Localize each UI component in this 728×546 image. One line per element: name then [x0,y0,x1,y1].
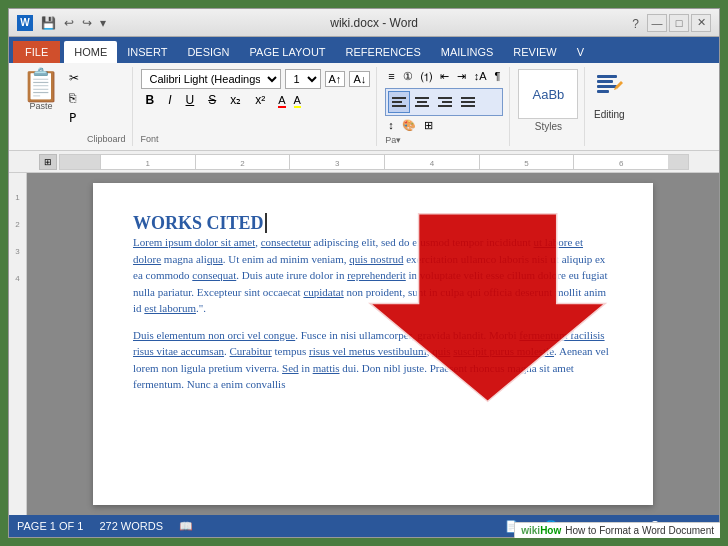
clipboard-small-buttons: ✂ ⎘ 𝖯 [65,69,83,127]
ruler: ⊞ 1 2 3 4 5 6 [9,151,719,173]
subscript-button[interactable]: x₂ [225,91,246,109]
font-row1: Calibri Light (Headings) 16 A↑ A↓ [141,69,371,89]
document-body[interactable]: Lorem ipsum dolor sit amet, consectetur … [133,234,613,393]
word-count: 272 WORDS [99,520,163,532]
document-page[interactable]: WORKS CITED Lorem ipsum dolor sit amet, … [93,183,653,505]
format-painter-button[interactable]: 𝖯 [65,109,83,127]
restore-btn[interactable]: □ [669,14,689,32]
svg-rect-0 [392,97,406,99]
document-area: 1 2 3 4 WORKS CITED Lorem ipsum dolor si… [9,173,719,515]
wikihow-bar: wikiHow How to Format a Word Document [514,522,720,538]
editing-group: Editing [587,67,631,146]
save-quick-btn[interactable]: 💾 [39,16,58,30]
tab-design[interactable]: DESIGN [177,41,239,63]
styles-label: Styles [535,121,562,132]
tab-file[interactable]: FILE [13,41,60,63]
svg-rect-12 [597,75,617,78]
shrink-font-btn[interactable]: A↓ [349,71,370,87]
svg-rect-7 [442,101,452,103]
svg-rect-13 [597,80,613,83]
show-marks-btn[interactable]: ¶ [491,69,503,86]
left-ruler-1: 1 [15,193,19,202]
page-info: PAGE 1 OF 1 [17,520,83,532]
shading-btn[interactable]: 🎨 [399,118,419,133]
multilevel-btn[interactable]: ⑴ [418,69,435,86]
tab-insert[interactable]: INSERT [117,41,177,63]
align-left-btn[interactable] [388,91,410,113]
qa-dropdown[interactable]: ▾ [98,16,108,30]
tab-review[interactable]: REVIEW [503,41,566,63]
ruler-mark-5: 5 [479,155,574,169]
ruler-mark-2: 2 [195,155,290,169]
styles-preview[interactable]: AaBb [518,69,578,119]
tab-references[interactable]: REFERENCES [336,41,431,63]
font-size-selector[interactable]: 16 [285,69,321,89]
copy-button[interactable]: ⎘ [65,89,83,107]
svg-rect-8 [438,105,452,107]
styles-group: AaBb Styles [512,67,585,146]
superscript-button[interactable]: x² [250,91,270,109]
tab-home[interactable]: HOME [64,41,117,63]
clipboard-group: 📋 Paste ✂ ⎘ 𝖯 Clipboard [15,67,133,146]
strikethrough-button[interactable]: S [203,91,221,109]
ruler-mark-1: 1 [100,155,195,169]
ribbon-tabs: FILE HOME INSERT DESIGN PAGE LAYOUT REFE… [9,37,719,63]
font-formatting-row: B I U S x₂ x² A A [141,91,371,109]
ruler-corner[interactable]: ⊞ [39,154,57,170]
font-family-selector[interactable]: Calibri Light (Headings) [141,69,281,89]
align-buttons-group [385,88,503,116]
sort-btn[interactable]: ↕A [471,69,490,86]
italic-button[interactable]: I [163,91,176,109]
editing-icon [593,69,625,107]
ribbon-content: 📋 Paste ✂ ⎘ 𝖯 Clipboard Calibri Light (H… [9,63,719,151]
bullets-btn[interactable]: ≡ [385,69,397,86]
indent-increase-btn[interactable]: ⇥ [454,69,469,86]
left-ruler-3: 3 [15,247,19,256]
highlight-btn[interactable]: A [294,94,301,106]
undo-quick-btn[interactable]: ↩ [62,16,76,30]
ruler-mark-3: 3 [289,155,384,169]
close-btn[interactable]: ✕ [691,14,711,32]
svg-rect-5 [415,105,429,107]
app-window: W 💾 ↩ ↪ ▾ wiki.docx - Word ? — □ ✕ FILE … [8,8,720,538]
help-btn[interactable]: ? [632,17,639,31]
svg-rect-4 [417,101,427,103]
proof-icon: 📖 [179,520,193,533]
align-right-btn[interactable] [434,91,456,113]
left-ruler-2: 2 [15,220,19,229]
minimize-btn[interactable]: — [647,14,667,32]
paragraph-2: Duis elementum non orci vel congue. Fusc… [133,327,613,393]
font-color-btn[interactable]: A [274,92,289,108]
tab-more[interactable]: V [567,41,594,63]
clipboard-label: Clipboard [87,134,126,144]
underline-button[interactable]: U [181,91,200,109]
paste-button[interactable]: 📋 Paste [21,69,61,111]
document-title: WORKS CITED [133,213,267,233]
tab-pagelayout[interactable]: PAGE LAYOUT [240,41,336,63]
redo-quick-btn[interactable]: ↪ [80,16,94,30]
align-justify-btn[interactable] [457,91,479,113]
indent-decrease-btn[interactable]: ⇤ [437,69,452,86]
paragraph-group: ≡ ① ⑴ ⇤ ⇥ ↕A ¶ [379,67,510,146]
font-group: Calibri Light (Headings) 16 A↑ A↓ B I U … [135,67,378,146]
svg-rect-2 [392,105,406,107]
numbering-btn[interactable]: ① [400,69,416,86]
ruler-mark-6: 6 [573,155,668,169]
svg-rect-14 [597,85,617,88]
wikihow-logo: wikiHow [521,525,561,536]
svg-rect-6 [438,97,452,99]
border-btn[interactable]: ⊞ [421,118,436,133]
paragraph-1: Lorem ipsum dolor sit amet, consectetur … [133,234,613,317]
font-group-label: Font [141,134,371,144]
paragraph-group-label: Pa▾ [385,135,503,145]
grow-font-btn[interactable]: A↑ [325,71,346,87]
paste-icon: 📋 [21,69,61,101]
tab-mailings[interactable]: MAILINGS [431,41,504,63]
align-center-btn[interactable] [411,91,433,113]
bold-button[interactable]: B [141,91,160,109]
wikihow-article-title: How to Format a Word Document [565,525,714,536]
left-ruler: 1 2 3 4 [9,173,27,515]
cut-button[interactable]: ✂ [65,69,83,87]
window-controls: — □ ✕ [647,14,711,32]
line-spacing-btn[interactable]: ↕ [385,118,397,133]
